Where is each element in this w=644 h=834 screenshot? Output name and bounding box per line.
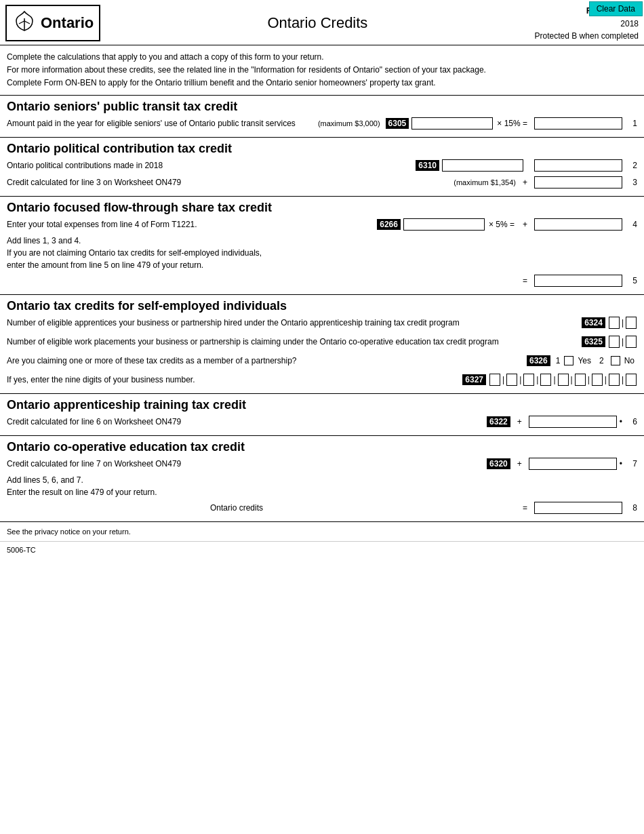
seg2-1[interactable]	[609, 336, 620, 348]
seg1-2[interactable]	[626, 317, 637, 329]
intro-line2: For more information about these credits…	[7, 64, 637, 77]
self-employed-input1: |	[608, 317, 637, 329]
coop-op: +	[517, 459, 522, 469]
self-employed-input2: |	[608, 336, 637, 348]
coop-line: 7	[625, 459, 637, 469]
political-row1: Ontario political contributions made in …	[7, 158, 637, 173]
coop-final-result[interactable]	[534, 502, 622, 514]
self-employed-section: Ontario tax credits for self-employed in…	[0, 295, 644, 394]
transit-result[interactable]	[534, 117, 622, 130]
political-row2: Credit calculated for line 3 on Workshee…	[7, 175, 637, 190]
self-employed-code3: 6326	[527, 355, 550, 366]
coop-dot: •	[620, 459, 622, 469]
flowthrough-label: Enter your total expenses from line 4 of…	[7, 219, 374, 231]
self-employed-row2: Number of eligible work placements your …	[7, 334, 637, 349]
footer-code: 5006-TC	[0, 542, 644, 558]
apprenticeship-code: 6322	[487, 416, 510, 427]
political-code1: 6310	[416, 160, 439, 171]
self-employed-code2: 6325	[582, 336, 605, 347]
bn-6[interactable]	[575, 374, 586, 386]
self-employed-label3: Are you claiming one or more of these ta…	[7, 355, 524, 367]
coop-row2: Ontario credits = 8	[7, 500, 637, 515]
yn1-num: 1	[556, 356, 561, 365]
transit-credit-label: Amount paid in the year for eligible sen…	[7, 118, 318, 130]
coop-line8: 8	[625, 503, 637, 513]
coop-section: Ontario co-operative education tax credi…	[0, 436, 644, 522]
coop-row1: Credit calculated for line 7 on Workshee…	[7, 456, 637, 471]
transit-operator: × 15% =	[497, 119, 527, 128]
seg2-sep1: |	[622, 337, 624, 346]
apprenticeship-dot: •	[620, 417, 622, 426]
bn-4[interactable]	[540, 374, 551, 386]
no-checkbox[interactable]	[611, 356, 620, 365]
bn-8[interactable]	[609, 374, 620, 386]
political-result2[interactable]	[534, 176, 622, 188]
self-employed-row1: Number of eligible apprentices your busi…	[7, 315, 637, 330]
flowthrough-row1: Enter your total expenses from line 4 of…	[7, 217, 637, 232]
seg1-1[interactable]	[609, 317, 620, 329]
header-section: Ontario Ontario Credits Form ON479 2018 …	[0, 0, 644, 45]
flowthrough-result2[interactable]	[534, 275, 622, 287]
self-employed-title: Ontario tax credits for self-employed in…	[7, 299, 637, 313]
clear-data-button[interactable]: Clear Data	[589, 1, 643, 16]
transit-credit-section: Ontario seniors' public transit tax cred…	[0, 96, 644, 138]
flowthrough-code: 6266	[377, 219, 401, 230]
bn-9[interactable]	[626, 374, 637, 386]
political-result1[interactable]	[534, 159, 622, 172]
political-line3: 3	[625, 178, 637, 187]
apprenticeship-row: Credit calculated for line 6 on Workshee…	[7, 414, 637, 429]
intro-section: Complete the calculations that apply to …	[0, 45, 644, 96]
ontario-logo-icon	[12, 9, 37, 37]
yn2-num: 2	[599, 356, 604, 365]
flowthrough-line5: 5	[625, 276, 637, 285]
coop-result-label: Ontario credits	[7, 502, 519, 514]
flowthrough-add-label: Add lines 1, 3 and 4. If you are not cla…	[7, 235, 637, 271]
logo-area: Ontario	[5, 5, 100, 41]
transit-line-num: 1	[625, 119, 637, 128]
political-credit-section: Ontario political contribution tax credi…	[0, 138, 644, 197]
self-employed-row3: Are you claiming one or more of these ta…	[7, 353, 637, 368]
bn-7[interactable]	[592, 374, 603, 386]
self-employed-label4: If yes, enter the nine digits of your bu…	[7, 374, 460, 386]
coop-result[interactable]	[529, 458, 617, 470]
bn-1[interactable]	[489, 374, 500, 386]
form-protected: Protected B when completed	[535, 30, 639, 42]
yn2-label: No	[624, 356, 635, 365]
political-max-note: (maximum $1,354)	[454, 178, 516, 186]
flowthrough-result[interactable]	[534, 218, 622, 231]
flowthrough-credit-section: Ontario focused flow-through share tax c…	[0, 197, 644, 295]
political-label1: Ontario political contributions made in …	[7, 160, 413, 172]
political-input1[interactable]	[442, 159, 523, 172]
political-label2: Credit calculated for line 3 on Workshee…	[7, 177, 454, 188]
flowthrough-op2: +	[523, 220, 527, 229]
transit-credit-title: Ontario seniors' public transit tax cred…	[7, 100, 637, 114]
apprenticeship-op: +	[517, 417, 522, 426]
political-credit-title: Ontario political contribution tax credi…	[7, 142, 637, 156]
coop-add-label: Add lines 5, 6, and 7. Enter the result …	[7, 474, 637, 498]
transit-input[interactable]	[411, 117, 493, 130]
bottom-note: See the privacy notice on your return.	[0, 522, 644, 542]
bn-2[interactable]	[506, 374, 517, 386]
political-op2: +	[523, 178, 527, 187]
logo-text: Ontario	[41, 14, 94, 32]
apprenticeship-result[interactable]	[529, 416, 617, 428]
flowthrough-input[interactable]	[403, 218, 485, 231]
bn-3[interactable]	[523, 374, 534, 386]
form-title: Ontario Credits	[100, 14, 534, 32]
apprenticeship-label: Credit calculated for line 6 on Workshee…	[7, 416, 484, 428]
flowthrough-eq: =	[523, 276, 527, 285]
coop-title: Ontario co-operative education tax credi…	[7, 440, 637, 454]
transit-code: 6305	[386, 118, 409, 129]
transit-max-note: (maximum $3,000)	[318, 119, 380, 127]
political-line2: 2	[625, 161, 637, 170]
self-employed-label1: Number of eligible apprentices your busi…	[7, 317, 579, 329]
bn-5[interactable]	[558, 374, 569, 386]
apprenticeship-title: Ontario apprenticeship training tax cred…	[7, 398, 637, 412]
business-number-input: | | | | | | | |	[489, 374, 637, 386]
flowthrough-line: 4	[625, 220, 637, 229]
yes-checkbox[interactable]	[564, 356, 573, 365]
yn1-label: Yes	[578, 356, 591, 365]
seg2-2[interactable]	[626, 336, 637, 348]
self-employed-code4: 6327	[462, 374, 486, 385]
seg1-sep1: |	[622, 318, 624, 327]
